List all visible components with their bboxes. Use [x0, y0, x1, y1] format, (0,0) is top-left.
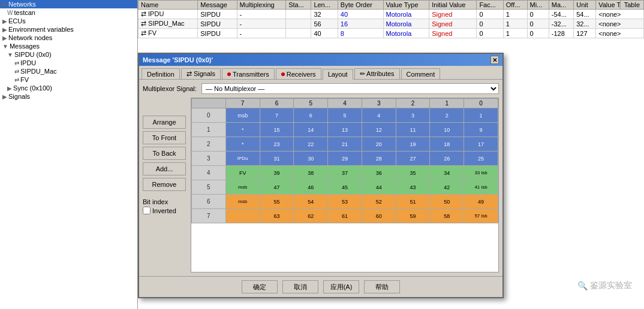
sidebar-item-fv[interactable]: ⇄ FV	[0, 75, 137, 84]
col-header-2: 2	[396, 99, 430, 108]
col-header-len[interactable]: Len...	[311, 1, 338, 10]
tab-comment[interactable]: Comment	[401, 68, 441, 79]
col-header-mux[interactable]: Multiplexing	[237, 1, 286, 10]
cancel-button[interactable]: 取消	[282, 280, 318, 293]
sidebar-item-sipdu[interactable]: ▼ SIPDU (0x0)	[0, 50, 137, 59]
row-label-4: 4	[192, 166, 226, 180]
cell-unit: 54...	[574, 10, 596, 19]
cell-name: ⇄ IPDU	[139, 10, 198, 19]
grid-cell: 57 lsb	[464, 209, 498, 223]
tab-signals[interactable]: ⇄ Signals	[181, 68, 221, 79]
grid-row-7: 7 63 62 61 60 59 58 57 lsb	[192, 209, 498, 223]
grid-cell: FV	[225, 166, 260, 180]
tab-definition[interactable]: Definition	[142, 68, 180, 79]
cell-sta	[286, 10, 311, 19]
cell-byteorder: 40	[338, 10, 383, 19]
grid-row-3: 3 IPDu 31 30 29 28 27 26 25	[192, 152, 498, 166]
grid-cell: 33 lsb	[464, 166, 498, 180]
mux-select[interactable]: — No Multiplexor —	[201, 83, 499, 94]
sidebar-item-sync[interactable]: ▶ Sync (0x100)	[0, 84, 137, 92]
sidebar-item-ecus[interactable]: ▶ ECUs	[0, 17, 137, 25]
tab-layout[interactable]: Layout	[323, 69, 353, 80]
cell-initialvalue: Signed	[429, 29, 477, 38]
col-header-1: 1	[430, 99, 464, 108]
sidebar-item-signals[interactable]: ▶ Signals	[0, 92, 137, 101]
cell-len: 56	[311, 19, 338, 29]
sidebar-item-networks[interactable]: ▶ Networks	[0, 0, 137, 8]
confirm-button[interactable]: 确定	[242, 280, 278, 293]
col-header-message[interactable]: Message	[198, 1, 237, 10]
col-header-valuetype[interactable]: Value Type	[383, 1, 429, 10]
grid-cell: 29	[328, 152, 362, 166]
cell-initialvalue: Signed	[429, 19, 477, 29]
sidebar-item-network-nodes[interactable]: ▶ Network nodes	[0, 34, 137, 42]
grid-cell: 37	[328, 166, 362, 180]
to-front-button[interactable]: To Front	[143, 131, 186, 144]
grid-row-6: 6 msb 55 54 53 52 51 50 49	[192, 195, 498, 209]
col-header-4: 4	[328, 99, 362, 108]
bit-index-section: Bit index Inverted	[143, 198, 191, 214]
to-back-button[interactable]: To Back	[143, 147, 186, 160]
table-tab[interactable]: Table	[620, 0, 644, 10]
remove-button[interactable]: Remove	[143, 178, 186, 191]
col-header-initialvalue[interactable]: Initial Value	[429, 1, 477, 10]
col-header-byteorder[interactable]: Byte Order	[338, 1, 383, 10]
modal-body: Multiplexor Signal: — No Multiplexor — A…	[139, 80, 502, 276]
expand-icon: ▶	[7, 85, 12, 92]
col-header-sta[interactable]: Sta...	[286, 1, 311, 10]
col-header-mi[interactable]: Mi...	[527, 1, 549, 10]
tab-transmitters[interactable]: Transmitters	[222, 68, 275, 79]
sidebar-item-messages[interactable]: ▼ Messages	[0, 42, 137, 50]
grid-cell: 46	[294, 180, 328, 195]
cell-off: 1	[503, 19, 527, 29]
inverted-label: Inverted	[152, 207, 176, 214]
table-row[interactable]: ⇄ IPDU SIPDU - 32 40 Motorola Signed 0 1…	[139, 10, 644, 19]
expand-icon: ▶	[2, 93, 7, 100]
cell-mux: -	[237, 29, 286, 38]
table-row[interactable]: ⇄ FV SIPDU - 40 8 Motorola Signed 0 1 0 …	[139, 29, 644, 38]
expand-icon: ▶	[2, 26, 7, 33]
sidebar-item-testcan[interactable]: W testcan	[0, 8, 137, 17]
cell-off: 1	[503, 29, 527, 38]
sidebar-item-ipdu[interactable]: ⇄ IPDU	[0, 59, 137, 67]
col-header-fac[interactable]: Fac...	[477, 1, 503, 10]
cell-byteorder: 16	[338, 19, 383, 29]
sidebar-item-env-vars[interactable]: ▶ Environment variables	[0, 25, 137, 34]
grid-row-0: 0 msb 7 6 5 4 3 2 1	[192, 108, 498, 123]
grid-cell: 1	[464, 108, 498, 123]
cell-name: ⇄ SIPDU_Mac	[139, 19, 198, 29]
col-header-unit[interactable]: Unit	[574, 1, 596, 10]
cell-name: ⇄ FV	[139, 29, 198, 38]
sidebar: ▶ Networks W testcan ▶ ECUs ▶ Environmen…	[0, 0, 138, 309]
grid-cell: 27	[396, 152, 430, 166]
modal-tabs: Definition ⇄ Signals Transmitters Receiv…	[139, 66, 502, 80]
cell-mi: 0	[527, 29, 549, 38]
sidebar-item-sipdu-mac[interactable]: ⇄ SIPDU_Mac	[0, 67, 137, 75]
apply-button[interactable]: 应用(A)	[323, 280, 359, 293]
col-header-name[interactable]: Name	[139, 1, 198, 10]
col-header-ma[interactable]: Ma...	[549, 1, 573, 10]
receivers-dot	[281, 72, 285, 76]
add-button[interactable]: Add...	[143, 162, 186, 175]
grid-cell: 42	[430, 180, 464, 195]
tab-receivers[interactable]: Receivers	[276, 68, 321, 79]
expand-icon: ▶	[2, 35, 7, 41]
cell-fac: 0	[477, 19, 503, 29]
expand-icon: ▶	[2, 1, 7, 8]
modal-close-button[interactable]: ✕	[490, 56, 499, 64]
sidebar-item-label: Environment variables	[8, 26, 74, 33]
grid-cell: 63	[260, 209, 294, 223]
grid-cell: 26	[430, 152, 464, 166]
table-row[interactable]: ⇄ SIPDU_Mac SIPDU - 56 16 Motorola Signe…	[139, 19, 644, 29]
row-label-6: 6	[192, 195, 226, 209]
expand-icon: ▼	[2, 43, 8, 50]
inverted-checkbox[interactable]	[143, 207, 151, 214]
arrange-button[interactable]: Arrange	[143, 116, 186, 129]
col-header-3: 3	[362, 99, 396, 108]
grid-cell: 41 lsb	[464, 180, 498, 195]
grid-cell: 5	[328, 108, 362, 123]
tab-attributes[interactable]: ✏ Attributes	[354, 68, 400, 79]
help-button[interactable]: 帮助	[364, 280, 400, 293]
col-header-off[interactable]: Off...	[503, 1, 527, 10]
grid-cell: 25	[464, 152, 498, 166]
